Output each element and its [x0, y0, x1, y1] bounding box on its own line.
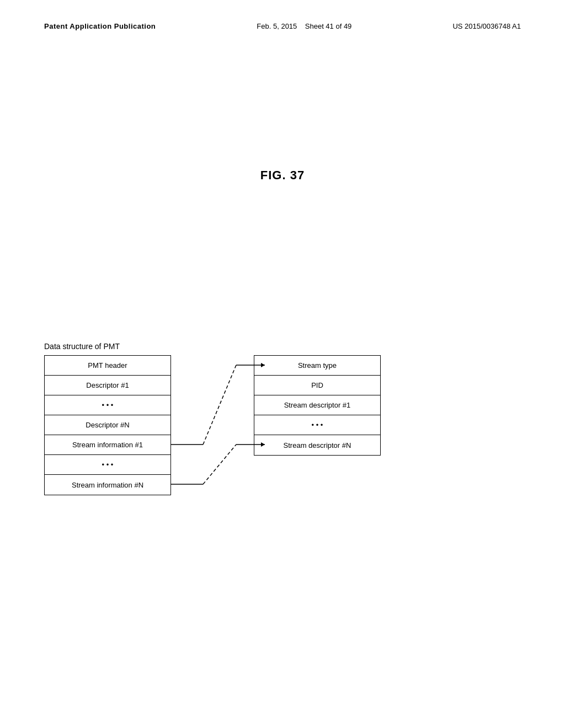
figure-label: FIG. 37 — [0, 168, 565, 183]
left-cell-2: • • • — [45, 395, 170, 415]
diagram-section: Data structure of PMT PMT header Descrip… — [44, 342, 524, 495]
publication-label: Patent Application Publication — [44, 22, 156, 30]
left-cell-5: • • • — [45, 455, 170, 475]
left-table: PMT header Descriptor #1 • • • Descripto… — [44, 355, 171, 495]
svg-marker-3 — [261, 363, 265, 367]
svg-line-1 — [203, 365, 236, 445]
patent-number-label: US 2015/0036748 A1 — [452, 22, 521, 30]
diagram-title: Data structure of PMT — [44, 342, 524, 351]
date-label: Feb. 5, 2015 Sheet 41 of 49 — [257, 22, 351, 30]
left-cell-1: Descriptor #1 — [45, 376, 170, 395]
left-cell-6: Stream information #N — [45, 475, 170, 495]
connector-lines — [170, 355, 280, 494]
svg-marker-7 — [261, 442, 265, 447]
page-header: Patent Application Publication Feb. 5, 2… — [0, 0, 565, 30]
left-cell-0: PMT header — [45, 356, 170, 376]
left-cell-4: Stream information #1 — [45, 435, 170, 455]
left-cell-3: Descriptor #N — [45, 415, 170, 435]
svg-line-5 — [203, 445, 236, 484]
